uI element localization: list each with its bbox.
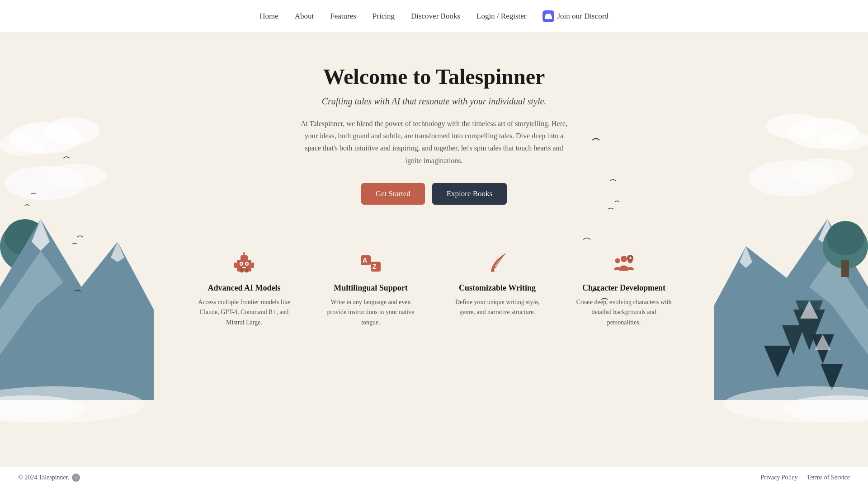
svg-marker-18 xyxy=(77,346,104,377)
hero-buttons: Get Started Explore Books xyxy=(9,183,859,205)
robot-icon xyxy=(194,250,294,277)
main-nav: Home About Features Pricing Discover Boo… xyxy=(259,10,609,22)
svg-rect-50 xyxy=(241,269,243,272)
feature-character: Character Development Create deep, evolv… xyxy=(574,250,674,328)
svg-point-62 xyxy=(621,256,627,262)
svg-text:Z: Z xyxy=(373,263,377,270)
svg-rect-48 xyxy=(234,263,237,268)
feature-customizable-desc: Define your unique writing style, genre,… xyxy=(448,297,547,318)
svg-point-47 xyxy=(243,252,245,254)
nav-features[interactable]: Features xyxy=(330,12,356,21)
get-started-button[interactable]: Get Started xyxy=(361,183,425,205)
svg-point-42 xyxy=(723,386,868,422)
nav-about[interactable]: About xyxy=(295,12,314,21)
hero-description: At Talespinner, we blend the power of te… xyxy=(298,117,570,167)
svg-rect-44 xyxy=(237,260,251,272)
feature-character-desc: Create deep, evolving characters with de… xyxy=(574,297,674,328)
main-content: Welcome to Talespinner Crafting tales wi… xyxy=(0,33,868,346)
feature-customizable: Customizable Writing Define your unique … xyxy=(448,250,547,328)
svg-point-26 xyxy=(0,395,86,422)
feature-ai-models: Advanced AI Models Access multiple front… xyxy=(194,250,294,328)
svg-text:A: A xyxy=(363,257,367,264)
svg-rect-49 xyxy=(251,263,254,268)
svg-rect-51 xyxy=(245,269,248,272)
discord-icon xyxy=(542,10,554,22)
character-icon xyxy=(574,250,674,277)
hero-section: Welcome to Talespinner Crafting tales wi… xyxy=(0,33,868,223)
nav-discover-books[interactable]: Discover Books xyxy=(411,12,460,21)
feature-multilingual-title: Multilingual Support xyxy=(321,283,420,293)
svg-rect-45 xyxy=(241,255,248,261)
feature-multilingual: A Z Multilingual Support Write in any la… xyxy=(321,250,420,328)
explore-books-button[interactable]: Explore Books xyxy=(432,183,507,205)
footer-links: Privacy Policy Terms of Service xyxy=(761,474,850,481)
hero-title: Welcome to Talespinner xyxy=(9,64,859,89)
svg-point-55 xyxy=(246,263,248,265)
feature-ai-models-desc: Access multiple frontier models like Cla… xyxy=(194,297,294,328)
features-section: Advanced AI Models Access multiple front… xyxy=(0,223,868,346)
header: Home About Features Pricing Discover Boo… xyxy=(0,0,868,33)
nav-home[interactable]: Home xyxy=(259,12,278,21)
translate-icon: A Z xyxy=(321,250,420,277)
svg-point-63 xyxy=(615,258,620,263)
svg-point-54 xyxy=(241,263,242,265)
privacy-policy-link[interactable]: Privacy Policy xyxy=(761,474,798,481)
nav-discord[interactable]: Join our Discord xyxy=(542,10,608,22)
nav-login-register[interactable]: Login / Register xyxy=(476,12,526,21)
hero-subtitle: Crafting tales with AI that resonate wit… xyxy=(9,96,859,107)
svg-point-43 xyxy=(782,395,868,422)
svg-marker-17 xyxy=(25,364,47,391)
feature-ai-models-title: Advanced AI Models xyxy=(194,283,294,293)
footer-copyright: © 2024 Talespinner. xyxy=(18,474,69,481)
footer: © 2024 Talespinner. i Privacy Policy Ter… xyxy=(0,467,868,488)
discord-label: Join our Discord xyxy=(557,12,608,21)
feature-character-title: Character Development xyxy=(574,283,674,293)
svg-marker-35 xyxy=(821,364,843,391)
svg-point-25 xyxy=(0,386,145,422)
svg-rect-57 xyxy=(242,267,246,268)
nav-pricing[interactable]: Pricing xyxy=(373,12,395,21)
terms-of-service-link[interactable]: Terms of Service xyxy=(807,474,850,481)
footer-copyright-area: © 2024 Talespinner. i xyxy=(18,474,80,482)
info-icon[interactable]: i xyxy=(72,474,80,482)
feature-customizable-title: Customizable Writing xyxy=(448,283,547,293)
quill-icon xyxy=(448,250,547,277)
svg-marker-36 xyxy=(764,346,791,377)
feature-multilingual-desc: Write in any language and even provide i… xyxy=(321,297,420,328)
